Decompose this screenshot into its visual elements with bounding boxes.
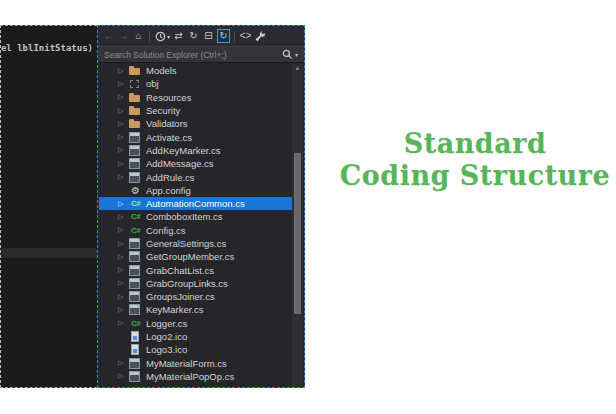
- tree-item[interactable]: ▷KeyMarker.cs: [99, 303, 292, 316]
- tree-item-label: GrabChatList.cs: [146, 265, 214, 276]
- tree-item[interactable]: ▷C#AutomationCommon.cs: [99, 197, 292, 210]
- form-icon: [129, 371, 142, 382]
- tree-item-label: GeneralSettings.cs: [146, 238, 226, 249]
- form-icon: [129, 132, 142, 143]
- tree-item[interactable]: ▷Security: [99, 104, 292, 117]
- expand-arrow-icon[interactable]: ▷: [118, 80, 129, 88]
- image-icon: [129, 331, 142, 342]
- expand-arrow-icon[interactable]: ▷: [118, 372, 129, 380]
- tree-item-label: KeyMarker.cs: [146, 304, 204, 315]
- csharp-icon: C#: [129, 318, 142, 329]
- tree-item-label: Activate.cs: [146, 132, 192, 143]
- expand-arrow-icon[interactable]: ▷: [118, 160, 129, 168]
- sync-with-active-document-icon[interactable]: ↻: [217, 29, 230, 43]
- tree-item-label: Config.cs: [146, 225, 186, 236]
- tree-item[interactable]: ▷Activate.cs: [99, 130, 292, 143]
- tree-item[interactable]: ▷GeneralSettings.cs: [99, 237, 292, 250]
- sync-icon[interactable]: ⇄: [172, 29, 185, 43]
- tree-item[interactable]: ▷C#ComboboxItem.cs: [99, 210, 292, 223]
- tree-item[interactable]: ▷Models: [99, 64, 292, 77]
- chevron-down-icon[interactable]: ▾: [167, 33, 170, 40]
- expand-arrow-icon[interactable]: ▷: [118, 67, 129, 75]
- home-icon[interactable]: ⌂: [132, 29, 145, 43]
- search-box[interactable]: Search Solution Explorer (Ctrl+;) ▾: [98, 46, 304, 63]
- folder-icon: [129, 118, 142, 129]
- tree-item[interactable]: ▷GrabChatList.cs: [99, 263, 292, 276]
- tree-item[interactable]: ▷GrabGroupLinks.cs: [99, 277, 292, 290]
- tree-item[interactable]: ▷GetGroupMember.cs: [99, 250, 292, 263]
- expand-arrow-icon[interactable]: ▷: [118, 279, 129, 287]
- tree-item-label: GetGroupMember.cs: [146, 251, 234, 262]
- folder-icon: [129, 65, 142, 76]
- expand-arrow-icon[interactable]: ▷: [118, 240, 129, 248]
- tree-item[interactable]: ▷MyMaterialForm.cs: [99, 357, 292, 370]
- scroll-up-icon[interactable]: ▲: [292, 65, 303, 71]
- collapse-all-icon[interactable]: ⊟: [202, 29, 215, 43]
- expand-arrow-icon[interactable]: ▷: [118, 266, 129, 274]
- form-icon: [129, 251, 142, 262]
- expand-arrow-icon[interactable]: ▷: [118, 253, 129, 261]
- back-icon[interactable]: ←: [102, 29, 115, 43]
- folder-icon: [129, 92, 142, 103]
- form-icon: [129, 358, 142, 369]
- tree-item-label: MyMaterialPopOp.cs: [146, 371, 234, 382]
- caption: Standard Coding Structure: [334, 128, 616, 193]
- tree-item[interactable]: ▷AddKeyMarker.cs: [99, 144, 292, 157]
- solution-explorer-panel: ← → ⌂ ▾ ⇄ ↻ ⊟ ↻ <> Search Solution Explo…: [97, 25, 305, 388]
- tree-item[interactable]: Logo2.ico: [99, 330, 292, 343]
- form-icon: [129, 304, 142, 315]
- tree-item[interactable]: ▷GroupsJoiner.cs: [99, 290, 292, 303]
- chevron-down-icon[interactable]: ▾: [295, 51, 298, 58]
- tree-item[interactable]: ▷Resources: [99, 91, 292, 104]
- image-icon: [129, 344, 142, 355]
- expand-arrow-icon[interactable]: ▷: [118, 226, 129, 234]
- form-icon: [129, 238, 142, 249]
- refresh-icon[interactable]: ↻: [187, 29, 200, 43]
- expand-arrow-icon[interactable]: ▷: [118, 200, 129, 208]
- csharp-icon: C#: [129, 225, 142, 236]
- expand-arrow-icon[interactable]: ▷: [118, 293, 129, 301]
- toolbar-separator: [149, 31, 150, 42]
- tree-item-label: Program.cs: [146, 384, 195, 386]
- tree-item[interactable]: ▷C#Config.cs: [99, 224, 292, 237]
- tree-item[interactable]: ⚙App.config: [99, 184, 292, 197]
- view-code-icon[interactable]: <>: [239, 29, 252, 43]
- expand-arrow-icon[interactable]: ▷: [118, 319, 129, 327]
- config-icon: ⚙: [129, 185, 142, 196]
- tree-item-label: Logo3.ico: [146, 344, 187, 355]
- tree-item[interactable]: ▷AddRule.cs: [99, 170, 292, 183]
- vertical-scrollbar[interactable]: ▲: [292, 64, 303, 386]
- form-icon: [129, 278, 142, 289]
- expand-arrow-icon[interactable]: ▷: [118, 133, 129, 141]
- tree-item-label: obj: [146, 78, 159, 89]
- expand-arrow-icon[interactable]: ▷: [118, 306, 129, 314]
- tree-item-label: Resources: [146, 92, 191, 103]
- expand-arrow-icon[interactable]: ▷: [118, 146, 129, 154]
- expand-arrow-icon[interactable]: ▷: [118, 120, 129, 128]
- tree-item[interactable]: ▷AddMessage.cs: [99, 157, 292, 170]
- tree-item-label: GrabGroupLinks.cs: [146, 278, 228, 289]
- tree-item[interactable]: ▷obj: [99, 77, 292, 90]
- tree-item-label: Validators: [146, 118, 188, 129]
- expand-arrow-icon[interactable]: ▷: [118, 213, 129, 221]
- scrollbar-thumb[interactable]: [294, 153, 301, 314]
- tree-item-label: Models: [146, 65, 177, 76]
- caption-line2: Coding Structure: [334, 160, 616, 192]
- code-text: el lblInitStatus): [1, 43, 93, 53]
- tree-item[interactable]: Logo3.ico: [99, 343, 292, 356]
- tree-item[interactable]: ▷C#Program.cs: [99, 383, 292, 386]
- tree-item[interactable]: ▷MyMaterialPopOp.cs: [99, 370, 292, 383]
- expand-arrow-icon[interactable]: ▷: [118, 359, 129, 367]
- expand-arrow-icon[interactable]: ▷: [118, 93, 129, 101]
- csharp-icon: C#: [129, 211, 142, 222]
- tree-item-label: Logo2.ico: [146, 331, 187, 342]
- properties-icon[interactable]: [254, 29, 267, 43]
- tree-item[interactable]: ▷Validators: [99, 117, 292, 130]
- search-icon[interactable]: [282, 49, 293, 60]
- tree-item-label: AddMessage.cs: [146, 158, 214, 169]
- forward-icon[interactable]: →: [117, 29, 130, 43]
- expand-arrow-icon[interactable]: ▷: [118, 107, 129, 115]
- tree-item[interactable]: ▷C#Logger.cs: [99, 317, 292, 330]
- pending-changes-filter-icon[interactable]: [154, 29, 167, 43]
- expand-arrow-icon[interactable]: ▷: [118, 173, 129, 181]
